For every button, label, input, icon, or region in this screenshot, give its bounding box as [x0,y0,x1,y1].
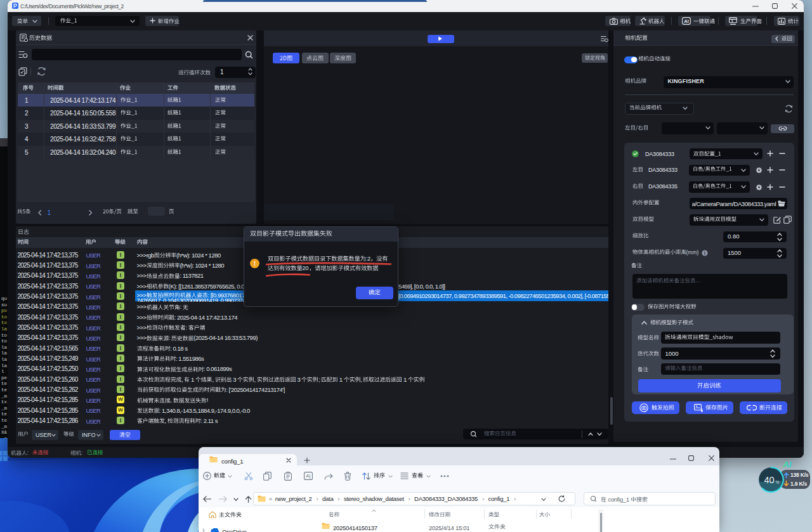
svg-text:AI: AI [684,18,689,24]
svg-text:A|: A| [306,473,310,479]
svg-text:40: 40 [764,475,774,485]
svg-text:%: % [775,479,779,484]
